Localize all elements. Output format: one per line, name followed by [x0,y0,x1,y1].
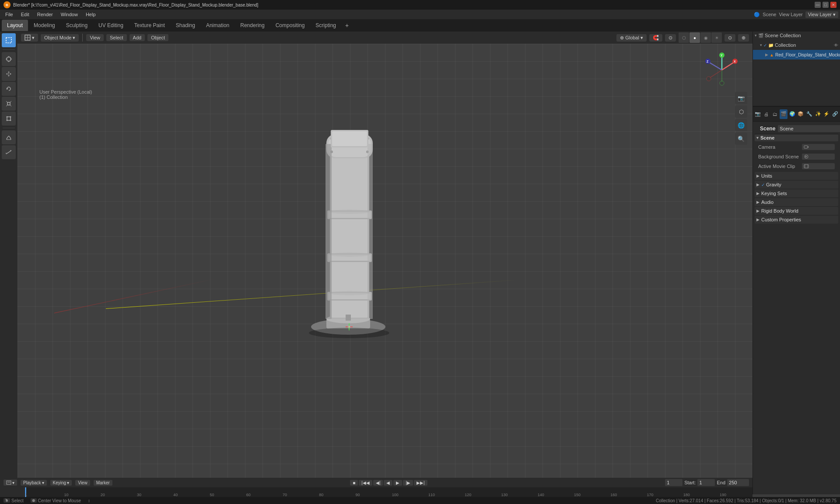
transform-pivot-button[interactable]: ⊕ Global ▾ [616,34,647,42]
select-menu-button[interactable]: Select [106,34,127,41]
close-button[interactable]: ✕ [830,2,836,8]
end-frame-input[interactable] [727,479,749,486]
marker-button[interactable]: Marker [94,480,112,486]
expand-icon-collection: ▾ [760,43,762,47]
svg-rect-12 [7,102,10,105]
tab-shading[interactable]: Shading [171,20,200,31]
menu-render[interactable]: Render [34,11,56,18]
toolbar-select-box[interactable] [2,33,16,47]
toolbar-measure[interactable] [2,145,16,159]
title-bar-controls[interactable]: — □ ✕ [815,2,836,8]
custom-properties-section[interactable]: ▶ Custom Properties [755,216,838,224]
wireframe-mode-button[interactable]: ⬡ [679,32,689,43]
outliner-collection[interactable]: ▾ ✓ 📁 Collection 👁 [753,40,840,50]
toolbar-transform[interactable] [2,112,16,126]
material-preview-button[interactable]: ◉ [700,32,711,43]
magnify-button[interactable]: 🔍 [735,133,747,145]
camera-value[interactable] [802,144,835,150]
particles-props-button[interactable]: ✨ [814,109,822,119]
gravity-section[interactable]: ▶ ✓ Gravity [755,181,838,189]
gravity-checkbox[interactable]: ✓ [761,182,765,187]
start-frame-input[interactable] [697,479,715,486]
toolbar-scale[interactable] [2,97,16,111]
background-scene-value[interactable] [802,154,835,160]
render-props-button[interactable]: 📷 [754,109,762,119]
rigid-body-world-section[interactable]: ▶ Rigid Body World [755,207,838,215]
timeline-ticks-area[interactable]: 1 10 20 30 40 50 60 70 80 90 100 110 120… [24,487,752,497]
playback-button[interactable]: Playback ▾ [21,480,47,486]
camera-view-button[interactable]: 📷 [735,92,747,104]
outliner-mesh-object[interactable]: ▶ ▲ Red_Floor_Display_Stand_Mockup.pivot… [753,50,840,60]
status-stats: Collection | Verts:27.014 | Faces:26.592… [656,498,836,503]
tab-compositing[interactable]: Compositing [270,20,310,31]
physics-props-button[interactable]: ⚡ [823,109,831,119]
collection-checkbox[interactable]: ✓ [763,43,767,48]
toolbar-cursor[interactable] [2,52,16,66]
timeline-view-button[interactable]: View [75,480,90,486]
keying-sets-section[interactable]: ▶ Keying Sets [755,189,838,197]
maximize-button[interactable]: □ [822,2,829,8]
world-props-button[interactable]: 🌍 [788,109,796,119]
menu-file[interactable]: File [2,11,17,18]
tab-layout[interactable]: Layout [2,20,28,31]
play-button[interactable]: ▶ [393,480,402,486]
menu-help[interactable]: Help [82,11,99,18]
toolbar-annotate[interactable] [2,130,16,144]
units-section[interactable]: ▶ Units [755,172,838,180]
tab-modeling[interactable]: Modeling [28,20,60,31]
tab-animation[interactable]: Animation [201,20,234,31]
stop-button[interactable]: ■ [350,480,358,486]
menu-edit[interactable]: Edit [18,11,33,18]
timeline-editor-type[interactable]: ▾ [4,480,17,486]
svg-rect-49 [326,144,332,319]
object-mode-label: Object Mode [44,35,71,40]
object-props-button[interactable]: 📦 [797,109,805,119]
view-layer-props-button[interactable]: 🗂 [771,109,779,119]
toolbar-rotate[interactable] [2,82,16,96]
viewport-gizmo[interactable]: Y X Z [704,52,739,88]
tab-add-button[interactable]: + [342,20,352,31]
minimize-button[interactable]: — [815,2,821,8]
modifier-props-button[interactable]: 🔧 [805,109,813,119]
perspective-button[interactable]: ⬡ [735,105,747,118]
collection-visibility[interactable]: 👁 [834,43,838,48]
camera-row: Camera [755,142,838,152]
playback-controls: ■ |◀◀ ◀| ◀ ▶ |▶ ▶▶| [350,480,427,486]
local-view-button[interactable]: 🌐 [735,119,747,131]
add-menu-button[interactable]: Add [130,34,145,41]
gizmo-button[interactable]: ⊕ [738,34,749,42]
scene-name-input[interactable] [778,125,840,132]
keying-button[interactable]: Keying ▾ [50,480,72,486]
output-props-button[interactable]: 🖨 [763,109,770,119]
editor-type-button[interactable]: ▾ [21,34,38,42]
jump-start-button[interactable]: |◀◀ [359,480,372,486]
scene-props-button[interactable]: 🎬 [780,109,788,119]
tab-scripting[interactable]: Scripting [310,20,341,31]
scene-section-header[interactable]: ▾ Scene [755,134,838,141]
overlay-button[interactable]: ⊙ [724,34,735,42]
viewport-3d[interactable]: User Perspective (Local) (1) Collection [18,44,752,478]
snap-button[interactable]: 🧲 [649,34,662,42]
tab-uv-editing[interactable]: UV Editing [93,20,129,31]
prev-keyframe-button[interactable]: ◀| [373,480,383,486]
toolbar-move[interactable] [2,67,16,81]
next-keyframe-button[interactable]: |▶ [403,480,413,486]
view-menu-button[interactable]: View [86,34,104,41]
tab-sculpting[interactable]: Sculpting [61,20,93,31]
play-reverse-button[interactable]: ◀ [384,480,392,486]
tab-rendering[interactable]: Rendering [235,20,270,31]
outliner-scene-collection[interactable]: ▾ 🎬 Scene Collection [753,31,840,40]
jump-end-button[interactable]: ▶▶| [414,480,427,486]
audio-section[interactable]: ▶ Audio [755,198,838,206]
movie-clip-value[interactable] [802,163,835,169]
object-menu-button[interactable]: Object [147,34,168,41]
menu-window[interactable]: Window [57,11,81,18]
proportional-edit-button[interactable]: ⊙ [665,34,676,42]
solid-mode-button[interactable]: ● [690,32,700,43]
tab-texture-paint[interactable]: Texture Paint [129,20,170,31]
constraints-props-button[interactable]: 🔗 [831,109,839,119]
current-frame-input[interactable] [665,479,682,486]
view-layer-dropdown[interactable]: View Layer ▾ [805,11,838,18]
rendered-mode-button[interactable]: ☀ [711,32,722,43]
object-mode-button[interactable]: Object Mode ▾ [41,34,79,42]
